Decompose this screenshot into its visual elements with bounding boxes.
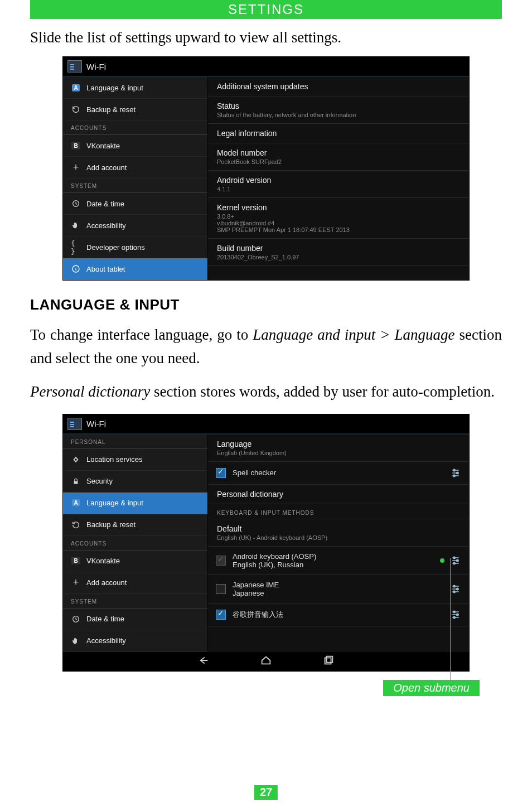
paragraph-2: Personal dictionary section stores words…	[30, 380, 502, 404]
detail-primary: Android version	[217, 176, 460, 185]
sidebar-item[interactable]: Date & time	[63, 609, 207, 630]
detail-secondary: 4.1.1	[217, 186, 460, 192]
detail-secondary: English (United Kingdom)	[217, 450, 460, 456]
detail-item[interactable]: Build number 20130402_Obreey_S2_1.0.97	[208, 239, 469, 266]
row-label: Japanese IME	[233, 581, 443, 589]
detail-item[interactable]: Kernel version 3.0.8+v.budnik@android #4…	[208, 198, 469, 239]
sliders-icon[interactable]	[450, 583, 461, 595]
sidebar-item-label: Add account	[86, 163, 127, 172]
detail-primary: Model number	[217, 148, 460, 157]
settings-detail-pane: Language English (United Kingdom) Spell …	[208, 435, 469, 652]
clock-icon	[71, 614, 81, 624]
sidebar-item-label: Accessibility	[86, 221, 126, 230]
intro-text: Slide the list of settings upward to vie…	[30, 27, 502, 49]
sidebar-item[interactable]: Accessibility	[63, 630, 207, 652]
detail-item[interactable]: Additional system updates	[208, 77, 469, 96]
row-ime[interactable]: Android keyboard (AOSP) English (UK), Ru…	[208, 547, 469, 575]
hand-icon	[71, 220, 81, 230]
screenshot-about-tablet: Wi-Fi A Language & input Backup & reset …	[62, 56, 470, 281]
sidebar-item[interactable]: A Language & input	[63, 493, 207, 514]
window-title: Wi-Fi	[86, 419, 106, 428]
row-sub: Japanese	[233, 589, 443, 597]
settings-sidebar: A Language & input Backup & reset ACCOUN…	[63, 77, 208, 280]
sidebar-item-label: Security	[86, 477, 113, 485]
settings-app-icon	[67, 60, 82, 73]
settings-app-icon	[67, 418, 82, 430]
detail-item-language[interactable]: Language English (United Kingdom)	[208, 435, 469, 462]
sidebar-item[interactable]: B VKontakte	[63, 551, 207, 572]
sliders-icon[interactable]	[450, 555, 461, 566]
sidebar-item-label: About tablet	[86, 265, 125, 273]
checkbox-icon[interactable]	[216, 468, 226, 478]
svg-point-4	[453, 469, 455, 471]
detail-item-default[interactable]: Default English (UK) - Android keyboard …	[208, 519, 469, 547]
row-ime[interactable]: 谷歌拼音输入法	[208, 604, 469, 626]
text: section stores words, added by user for …	[150, 383, 495, 400]
detail-secondary: PocketBook SURFpad2	[217, 158, 460, 165]
sidebar-item-label: Language & input	[86, 499, 143, 507]
reset-icon	[71, 104, 81, 114]
sidebar-item[interactable]: Date & time	[63, 193, 207, 215]
sidebar-header-accounts: ACCOUNTS	[63, 536, 207, 551]
home-icon[interactable]	[260, 654, 272, 668]
sidebar-item[interactable]: + Add account	[63, 157, 207, 178]
B-icon: B	[71, 141, 81, 151]
checkbox-icon[interactable]	[216, 556, 226, 566]
checkbox-icon[interactable]	[216, 610, 226, 620]
sidebar-item[interactable]: Backup & reset	[63, 99, 207, 120]
sidebar-item[interactable]: Location services	[63, 449, 207, 471]
sidebar-item[interactable]: B VKontakte	[63, 135, 207, 157]
sidebar-item[interactable]: Security	[63, 471, 207, 493]
row-spell-checker[interactable]: Spell checker	[208, 462, 469, 485]
sidebar-item[interactable]: Accessibility	[63, 215, 207, 236]
text-italic: Language and input > Language	[253, 326, 454, 343]
detail-item[interactable]: Status Status of the battery, network an…	[208, 96, 469, 124]
sidebar-item[interactable]: + Add account	[63, 572, 207, 594]
section-heading: LANGUAGE & INPUT	[30, 296, 502, 313]
detail-primary: Build number	[217, 244, 460, 253]
detail-item-personal-dictionary[interactable]: Personal dictionary	[208, 485, 469, 504]
sidebar-item-label: Language & input	[86, 84, 143, 92]
detail-primary: Language	[217, 440, 460, 448]
detail-primary: Kernel version	[217, 203, 460, 212]
row-ime[interactable]: Japanese IME Japanese	[208, 575, 469, 604]
back-icon[interactable]	[197, 654, 210, 668]
row-label: Spell checker	[233, 469, 443, 477]
detail-header-kim: KEYBOARD & INPUT METHODS	[208, 504, 469, 519]
plus-icon: +	[71, 162, 81, 172]
reset-icon	[71, 520, 81, 530]
checkbox-icon[interactable]	[216, 584, 226, 594]
sidebar-item[interactable]: A Language & input	[63, 77, 207, 99]
svg-point-14	[457, 614, 458, 615]
svg-point-9	[453, 562, 455, 564]
row-sub: English (UK), Russian	[233, 561, 433, 569]
detail-item[interactable]: Android version 4.1.1	[208, 171, 469, 198]
row-main: Android keyboard (AOSP) English (UK), Ru…	[233, 552, 433, 569]
svg-point-10	[453, 585, 455, 587]
lock-icon	[71, 476, 81, 486]
sidebar-header-system: SYSTEM	[63, 178, 207, 193]
callout-label: Open submenu	[383, 680, 480, 696]
sidebar-item[interactable]: { } Developer options	[63, 236, 207, 258]
sidebar-item-label: Backup & reset	[86, 520, 136, 529]
recent-icon[interactable]	[322, 654, 335, 668]
sidebar-item-label: Date & time	[86, 615, 124, 623]
sidebar-item-label: Add account	[86, 578, 127, 587]
svg-point-12	[453, 591, 455, 592]
svg-point-6	[453, 475, 455, 476]
sidebar-header-system: SYSTEM	[63, 594, 207, 609]
detail-primary: Personal dictionary	[217, 490, 460, 499]
detail-item[interactable]: Legal information	[208, 124, 469, 143]
sidebar-item-label: Developer options	[86, 243, 145, 252]
detail-item[interactable]: Model number PocketBook SURFpad2	[208, 143, 469, 171]
hand-icon	[71, 636, 81, 646]
sliders-icon[interactable]	[450, 609, 461, 620]
plus-icon: +	[71, 578, 81, 588]
detail-secondary: 20130402_Obreey_S2_1.0.97	[217, 254, 460, 260]
sidebar-item[interactable]: About tablet	[63, 258, 207, 280]
sidebar-header-accounts: ACCOUNTS	[63, 120, 207, 135]
sidebar-item[interactable]: Backup & reset	[63, 514, 207, 536]
settings-sidebar: PERSONAL Location services Security A La…	[63, 435, 208, 652]
sliders-icon[interactable]	[450, 467, 461, 479]
braces-icon: { }	[71, 242, 81, 252]
